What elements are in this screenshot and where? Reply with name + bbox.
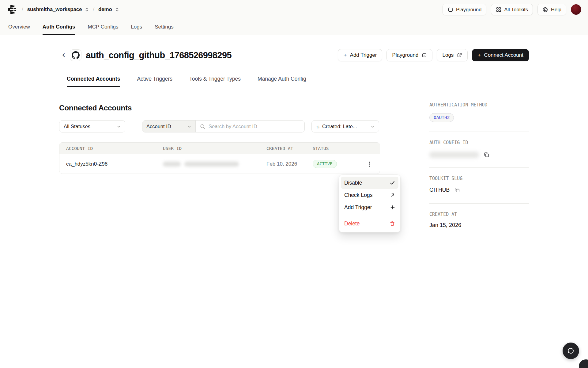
redacted-blur [184, 162, 239, 167]
nav-tab-overview[interactable]: Overview [8, 24, 30, 35]
chevron-down-icon [187, 125, 191, 128]
search-icon [200, 124, 205, 129]
search-field-select[interactable]: Account ID [142, 121, 196, 132]
page-title: auth_config_github_1768526998295 [86, 50, 232, 60]
logs-label: Logs [442, 52, 454, 58]
breadcrumb-separator: / [93, 6, 94, 13]
playground-button-label: Playground [456, 7, 481, 13]
divider [429, 132, 529, 132]
tab-manage-auth-config[interactable]: Manage Auth Config [258, 76, 306, 87]
auth-config-id-label: AUTH CONFIG ID [429, 140, 529, 145]
plus-icon: + [343, 52, 347, 59]
chat-launcher-button[interactable] [563, 343, 579, 359]
copy-icon[interactable] [483, 151, 490, 158]
project-name[interactable]: demo [98, 6, 112, 13]
redacted-blur [163, 162, 181, 167]
playground-button[interactable]: Playground [443, 4, 486, 15]
menu-item-label: Delete [344, 220, 360, 227]
playground-icon [421, 52, 427, 58]
plus-icon [390, 205, 395, 210]
created-at-value: Jan 15, 2026 [429, 222, 529, 228]
logs-button[interactable]: Logs [437, 49, 468, 61]
tab-connected-accounts[interactable]: Connected Accounts [67, 76, 120, 87]
workspace-switcher-icon[interactable] [85, 7, 89, 12]
account-id-cell: ca_hdyz5kn0-Z98 [59, 161, 163, 167]
col-created-at: CREATED AT [266, 146, 313, 151]
divider [429, 167, 529, 168]
menu-item-label: Add Trigger [344, 204, 372, 211]
corner-widget [579, 359, 588, 368]
help-button[interactable]: Help [537, 4, 566, 15]
auth-method-label: AUTHENTICATION METHOD [429, 102, 529, 108]
connect-account-button[interactable]: + Connect Account [472, 49, 529, 61]
nav-tab-settings[interactable]: Settings [155, 24, 173, 35]
open-playground-label: Playground [392, 52, 418, 58]
plus-icon: + [477, 52, 481, 59]
accounts-table: ACCOUNT ID USER ID CREATED AT STATUS ca_… [59, 142, 380, 174]
table-row[interactable]: ca_hdyz5kn0-Z98 Feb 10, 2026 ACTIVE ⋮ [59, 154, 380, 174]
menu-item-add-trigger[interactable]: Add Trigger [341, 201, 398, 213]
status-filter-select[interactable]: All Statuses [59, 120, 125, 132]
col-status: STATUS [313, 146, 380, 151]
project-switcher-icon[interactable] [115, 7, 119, 12]
auth-config-id-redacted [429, 152, 479, 158]
playground-icon [447, 7, 453, 13]
section-heading: Connected Accounts [59, 104, 380, 112]
nav-tabs: Overview Auth Configs MCP Configs Logs S… [0, 19, 588, 35]
menu-item-disable[interactable]: Disable [341, 177, 398, 189]
composio-logo-icon[interactable] [6, 4, 18, 15]
grid-icon [496, 7, 501, 12]
toolkit-slug-value: GITHUB [429, 187, 450, 193]
details-sidebar: AUTHENTICATION METHOD OAUTH2 AUTH CONFIG… [429, 87, 529, 228]
status-filter-value: All Statuses [64, 124, 90, 129]
chat-bubble-icon [567, 347, 575, 355]
add-trigger-button[interactable]: + Add Trigger [338, 49, 382, 61]
nav-tab-auth-configs[interactable]: Auth Configs [43, 24, 75, 35]
github-toolkit-icon [70, 49, 81, 61]
menu-item-delete[interactable]: Delete [341, 217, 398, 230]
filters-row: All Statuses Account ID [59, 120, 380, 132]
help-button-label: Help [551, 7, 561, 13]
workspace-name[interactable]: sushmitha_workspace [27, 6, 82, 13]
menu-divider [339, 215, 400, 215]
col-user-id: USER ID [163, 146, 266, 151]
nav-tab-mcp-configs[interactable]: MCP Configs [88, 24, 119, 35]
toolkit-slug-label: TOOLKIT SLUG [429, 176, 529, 181]
all-toolkits-button[interactable]: All Toolkits [491, 4, 533, 15]
topbar: / sushmitha_workspace / demo [0, 0, 588, 35]
add-trigger-label: Add Trigger [350, 52, 377, 58]
created-at-cell: Feb 10, 2026 [266, 161, 313, 167]
menu-item-label: Check Logs [344, 192, 372, 198]
created-at-label: CREATED AT [429, 212, 529, 217]
nav-tab-logs[interactable]: Logs [131, 24, 142, 35]
search-field-value: Account ID [146, 124, 171, 129]
chevron-down-icon [371, 125, 375, 128]
search-input[interactable] [209, 124, 300, 129]
row-actions-kebab-icon[interactable]: ⋮ [367, 161, 372, 167]
check-icon [390, 180, 395, 186]
row-context-menu: Disable Check Logs Add Trigger Delete [339, 174, 401, 232]
col-account-id: ACCOUNT ID [59, 146, 163, 151]
search-combo: Account ID [142, 120, 305, 132]
sort-value: Created: Late... [322, 124, 357, 129]
menu-item-check-logs[interactable]: Check Logs [341, 189, 398, 201]
trash-icon [390, 221, 395, 226]
external-link-icon [457, 52, 462, 58]
copy-icon[interactable] [454, 187, 460, 193]
breadcrumb-separator: / [22, 6, 23, 13]
divider [429, 203, 529, 204]
chevron-down-icon [117, 125, 121, 128]
detail-tabs: Connected Accounts Active Triggers Tools… [59, 76, 529, 87]
status-badge: ACTIVE [313, 160, 337, 168]
tab-tools-trigger-types[interactable]: Tools & Trigger Types [189, 76, 241, 87]
arrow-up-right-icon [390, 193, 395, 197]
sort-select[interactable]: ↑↓ Created: Late... [311, 120, 379, 132]
user-id-cell-redacted [163, 162, 266, 167]
tab-active-triggers[interactable]: Active Triggers [137, 76, 172, 87]
auth-method-badge: OAUTH2 [429, 113, 454, 122]
user-avatar[interactable] [571, 4, 581, 15]
table-header: ACCOUNT ID USER ID CREATED AT STATUS [59, 143, 380, 154]
open-playground-button[interactable]: Playground [386, 49, 432, 61]
breadcrumb-row: / sushmitha_workspace / demo [0, 0, 588, 19]
back-chevron-icon[interactable]: ‹ [62, 50, 65, 59]
